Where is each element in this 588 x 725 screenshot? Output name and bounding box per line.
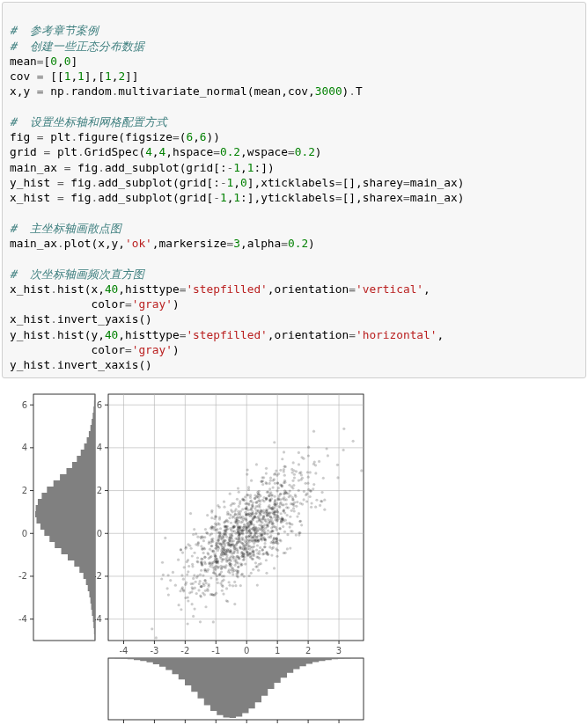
- comment: # 设置坐标轴和网格配置方式: [10, 115, 167, 128]
- svg-point-540: [241, 520, 244, 523]
- svg-point-686: [256, 521, 259, 524]
- svg-point-593: [320, 491, 323, 494]
- svg-point-777: [360, 470, 363, 472]
- svg-point-1086: [214, 555, 217, 558]
- svg-point-1224: [210, 550, 213, 553]
- svg-point-1178: [266, 515, 268, 517]
- svg-point-408: [259, 546, 261, 549]
- svg-point-1183: [248, 553, 251, 556]
- svg-point-533: [254, 497, 256, 500]
- svg-point-702: [225, 588, 228, 590]
- svg-point-271: [255, 464, 258, 466]
- svg-point-1071: [273, 442, 276, 444]
- svg-point-1227: [223, 540, 225, 543]
- svg-point-436: [274, 482, 276, 485]
- svg-point-821: [192, 615, 195, 618]
- svg-text:6: 6: [97, 400, 102, 410]
- svg-point-1197: [279, 494, 282, 496]
- svg-point-1027: [273, 516, 276, 518]
- svg-point-977: [277, 517, 280, 520]
- svg-point-434: [289, 526, 291, 529]
- svg-point-351: [199, 621, 202, 624]
- svg-point-895: [299, 472, 302, 474]
- svg-point-547: [167, 575, 170, 577]
- svg-point-1017: [261, 534, 263, 537]
- svg-point-846: [327, 455, 329, 458]
- svg-point-994: [312, 483, 315, 486]
- svg-point-1075: [188, 545, 191, 547]
- svg-point-916: [245, 508, 247, 510]
- svg-point-1190: [201, 564, 203, 567]
- svg-point-1235: [240, 547, 243, 550]
- svg-point-1134: [249, 509, 252, 511]
- svg-point-988: [269, 480, 272, 482]
- code-cell: # 参考章节案例 # 创建一些正态分布数据 mean=[0,0] cov = […: [2, 2, 586, 378]
- svg-point-858: [273, 514, 276, 516]
- svg-point-944: [277, 472, 280, 475]
- svg-point-1107: [232, 525, 234, 528]
- svg-point-1133: [290, 502, 292, 505]
- svg-point-1193: [254, 528, 257, 531]
- svg-point-1132: [247, 535, 250, 538]
- svg-point-1060: [240, 517, 243, 520]
- svg-point-1188: [198, 582, 201, 585]
- svg-text:-4: -4: [18, 615, 27, 625]
- svg-point-511: [280, 513, 283, 516]
- svg-text:0: 0: [244, 646, 249, 655]
- comment: # 参考章节案例: [10, 24, 99, 37]
- svg-point-399: [283, 468, 285, 471]
- svg-point-1039: [239, 501, 241, 503]
- svg-point-1013: [326, 448, 328, 450]
- svg-point-1242: [239, 526, 242, 529]
- svg-point-847: [265, 572, 268, 575]
- svg-point-270: [225, 536, 228, 538]
- svg-point-680: [309, 495, 312, 498]
- svg-point-1151: [248, 548, 251, 551]
- svg-point-568: [192, 533, 195, 536]
- svg-point-383: [273, 568, 276, 570]
- svg-point-1080: [323, 499, 326, 502]
- svg-point-561: [256, 545, 259, 547]
- svg-point-657: [233, 603, 236, 605]
- svg-point-487: [252, 568, 254, 571]
- svg-point-1116: [283, 509, 285, 511]
- svg-point-1030: [265, 560, 268, 562]
- svg-point-1045: [232, 558, 234, 560]
- svg-point-954: [196, 561, 199, 564]
- svg-point-48: [191, 603, 194, 605]
- svg-point-708: [248, 575, 251, 577]
- svg-point-786: [288, 496, 290, 499]
- svg-point-1219: [275, 538, 277, 540]
- svg-point-1052: [230, 544, 232, 546]
- svg-point-875: [187, 565, 190, 568]
- svg-point-91: [250, 480, 253, 482]
- svg-point-1129: [262, 525, 265, 528]
- svg-point-422: [261, 549, 264, 552]
- svg-point-684: [221, 575, 224, 578]
- svg-point-126: [201, 558, 203, 560]
- svg-point-276: [286, 533, 289, 536]
- svg-point-507: [255, 549, 258, 552]
- svg-point-740: [231, 567, 233, 569]
- svg-point-551: [314, 465, 317, 467]
- svg-point-304: [265, 467, 268, 470]
- svg-point-454: [193, 608, 195, 611]
- svg-point-964: [265, 509, 268, 511]
- svg-point-535: [288, 484, 290, 487]
- svg-point-486: [195, 581, 197, 583]
- svg-point-358: [212, 621, 215, 624]
- svg-point-725: [290, 472, 293, 474]
- svg-point-848: [187, 571, 189, 574]
- svg-point-278: [180, 575, 183, 577]
- svg-point-966: [291, 496, 294, 499]
- svg-point-1115: [237, 570, 239, 573]
- svg-point-1171: [314, 472, 317, 475]
- svg-point-1211: [271, 509, 274, 511]
- svg-point-1118: [276, 502, 278, 505]
- svg-point-987: [232, 585, 234, 588]
- svg-point-968: [210, 516, 213, 519]
- svg-point-1114: [273, 541, 276, 544]
- svg-point-1205: [211, 526, 214, 529]
- svg-point-341: [289, 516, 291, 518]
- svg-point-386: [310, 502, 312, 505]
